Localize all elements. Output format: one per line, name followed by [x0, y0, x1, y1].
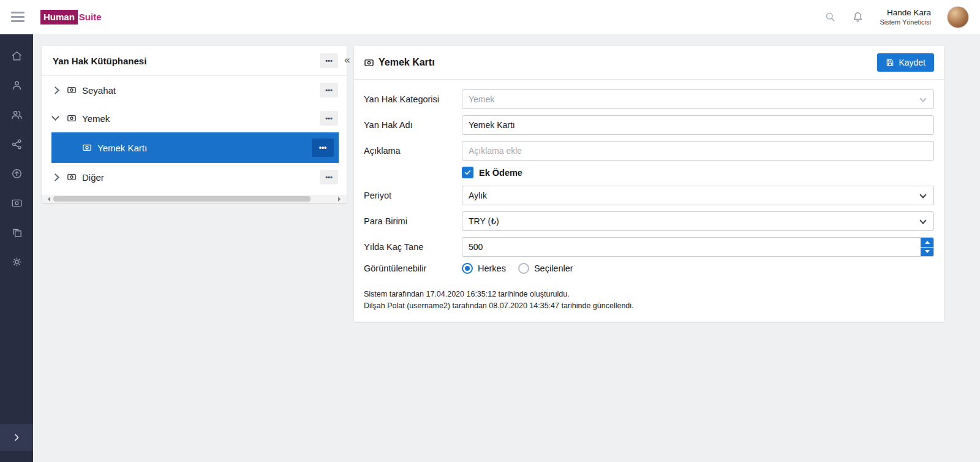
spinner-up-button[interactable]	[921, 238, 933, 247]
app-logo[interactable]: Human Suite	[40, 10, 102, 25]
user-role: Sistem Yöneticisi	[880, 18, 931, 26]
tree-item-label: Yemek Kartı	[97, 143, 147, 153]
chevron-down-icon[interactable]	[51, 113, 59, 121]
tree-item-seyahat[interactable]: Seyahat •••	[42, 76, 347, 104]
chevron-right-icon[interactable]	[51, 86, 59, 94]
period-select[interactable]: Aylık	[462, 186, 934, 205]
form-row-per-year: Yılda Kaç Tane	[364, 237, 934, 257]
notifications-bell-icon[interactable]	[852, 11, 864, 23]
check-icon	[464, 169, 472, 176]
chevron-down-icon	[919, 95, 926, 102]
per-year-input[interactable]	[462, 237, 934, 257]
save-button[interactable]: Kaydet	[877, 53, 934, 72]
radio-selected-icon	[462, 263, 473, 274]
copy-icon	[11, 227, 23, 238]
sidebar-item-benefits[interactable]	[11, 197, 23, 209]
sidebar-expand-button[interactable]	[0, 424, 33, 451]
name-input[interactable]	[462, 115, 934, 135]
currency-label: Para Birimi	[364, 216, 462, 226]
form-row-visibility: Görüntülenebilir Herkes Seçilenler	[364, 263, 934, 274]
per-year-stepper	[462, 237, 934, 257]
sidebar-item-people[interactable]	[11, 109, 23, 121]
radio-option-label: Seçilenler	[534, 263, 573, 273]
form-body: Yan Hak Kategorisi Yemek Yan Hak Adı Açı…	[354, 80, 944, 280]
chevron-down-icon	[919, 191, 926, 198]
upload-icon	[11, 168, 23, 180]
sidebar-item-settings[interactable]	[11, 256, 23, 268]
search-icon[interactable]	[824, 11, 836, 23]
collapse-tree-panel-button[interactable]: «	[344, 54, 350, 66]
tree-item-more-button[interactable]: •••	[312, 138, 334, 157]
visibility-label: Görüntülenebilir	[364, 263, 462, 273]
home-icon	[11, 50, 23, 62]
sidebar-item-upload[interactable]	[11, 168, 23, 180]
sidebar-item-documents[interactable]	[11, 227, 23, 238]
scrollbar-thumb[interactable]	[53, 196, 311, 202]
gear-icon	[11, 256, 23, 268]
logo-primary: Human	[40, 10, 78, 25]
extra-payment-checkbox[interactable]	[462, 167, 473, 178]
benefit-card-icon	[67, 85, 77, 95]
chevron-right-icon	[12, 433, 21, 442]
name-label: Yan Hak Adı	[364, 120, 462, 130]
benefit-card-icon	[67, 172, 77, 182]
category-value: Yemek	[469, 94, 494, 104]
sidebar-nav	[0, 34, 33, 462]
form-row-category: Yan Hak Kategorisi Yemek	[364, 89, 934, 109]
user-name: Hande Kara	[880, 7, 931, 18]
chevron-down-icon	[919, 217, 926, 224]
tree-item-label: Seyahat	[82, 85, 116, 96]
form-panel-header: Yemek Kartı Kaydet	[354, 46, 944, 80]
tree-panel-more-button[interactable]: •••	[320, 53, 338, 68]
arrow-up-icon	[925, 238, 930, 244]
form-row-period: Periyot Aylık	[364, 186, 934, 205]
audit-updated-line: Dilşah Polat (username2) tarafından 08.0…	[364, 300, 934, 312]
horizontal-scrollbar[interactable]	[42, 195, 347, 203]
tree-item-yemek[interactable]: Yemek •••	[42, 104, 347, 132]
user-info: Hande Kara Sistem Yöneticisi	[880, 7, 931, 27]
benefit-card-icon	[82, 143, 92, 153]
topbar-actions: Hande Kara Sistem Yöneticisi	[824, 6, 969, 28]
audit-info: Sistem tarafından 17.04.2020 16:35:12 ta…	[354, 280, 944, 312]
chevron-right-icon[interactable]	[51, 173, 59, 181]
save-icon	[886, 58, 894, 67]
tree-item-more-button[interactable]: •••	[320, 170, 338, 184]
radio-option-herkes[interactable]: Herkes	[462, 263, 506, 274]
tree-panel-header: Yan Hak Kütüphanesi •••	[42, 46, 347, 76]
benefit-card-icon	[364, 58, 374, 68]
radio-option-secilenler[interactable]: Seçilenler	[518, 263, 573, 274]
tree-item-yemek-karti-selected[interactable]: Yemek Kartı •••	[51, 132, 339, 163]
tree-item-diger[interactable]: Diğer •••	[42, 163, 347, 191]
period-label: Periyot	[364, 191, 462, 200]
people-icon	[11, 109, 23, 121]
form-row-currency: Para Birimi TRY (₺)	[364, 211, 934, 231]
extra-payment-label: Ek Ödeme	[479, 168, 522, 178]
period-value: Aylık	[469, 191, 487, 200]
scroll-right-arrow-icon[interactable]	[338, 197, 343, 202]
benefit-detail-panel: Yemek Kartı Kaydet Yan Hak Kategorisi Ye…	[354, 46, 944, 322]
avatar[interactable]	[947, 6, 969, 28]
sidebar-item-organization[interactable]	[11, 138, 23, 150]
logo-secondary: Suite	[79, 12, 102, 22]
hamburger-menu-icon[interactable]	[11, 12, 24, 22]
category-label: Yan Hak Kategorisi	[364, 94, 462, 104]
arrow-down-icon	[925, 250, 930, 256]
person-icon	[11, 80, 23, 91]
top-bar: Human Suite Hande Kara Sistem Yöneticisi	[0, 0, 980, 34]
spinner-down-button[interactable]	[921, 248, 933, 257]
description-input[interactable]	[462, 141, 934, 161]
radio-unselected-icon	[518, 263, 529, 274]
benefit-card-icon	[67, 113, 77, 123]
tree-item-more-button[interactable]: •••	[320, 111, 338, 126]
form-row-name: Yan Hak Adı	[364, 115, 934, 135]
tree-item-more-button[interactable]: •••	[320, 83, 338, 97]
sidebar-item-home[interactable]	[11, 50, 23, 62]
category-select[interactable]: Yemek	[462, 89, 934, 109]
tree-panel-title: Yan Hak Kütüphanesi	[53, 56, 146, 66]
extra-payment-wrap: Ek Ödeme	[462, 167, 934, 178]
currency-select[interactable]: TRY (₺)	[462, 211, 934, 231]
tree-item-label: Diğer	[82, 172, 104, 183]
sidebar-item-person[interactable]	[11, 80, 23, 91]
scroll-left-arrow-icon[interactable]	[45, 197, 50, 202]
number-spinner	[921, 238, 933, 256]
